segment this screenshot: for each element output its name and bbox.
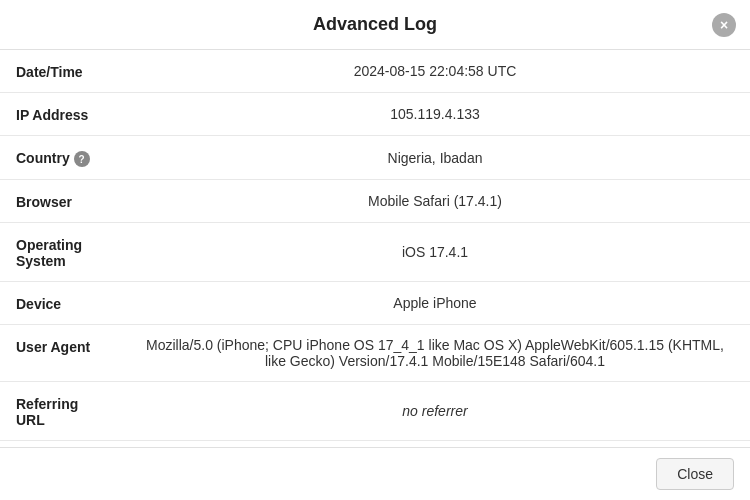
table-row: User AgentMozilla/5.0 (iPhone; CPU iPhon… xyxy=(0,325,750,382)
row-label: Device xyxy=(0,282,120,325)
row-label: Referring URL xyxy=(0,382,120,441)
row-label: User Agent xyxy=(0,325,120,382)
dialog-title: Advanced Log xyxy=(313,14,437,35)
row-label: Country? xyxy=(0,136,120,180)
row-value: Mozilla/5.0 (iPhone; CPU iPhone OS 17_4_… xyxy=(120,325,750,382)
close-x-button[interactable]: × xyxy=(712,13,736,37)
row-value: Mobile Safari (17.4.1) xyxy=(120,180,750,223)
row-label: Operating System xyxy=(0,223,120,282)
row-value: no referrer xyxy=(120,382,750,441)
row-label: Date/Time xyxy=(0,50,120,93)
table-row: Date/Time2024-08-15 22:04:58 UTC xyxy=(0,50,750,93)
table-row: Country?Nigeria, Ibadan xyxy=(0,136,750,180)
table-row: Referring URLno referrer xyxy=(0,382,750,441)
dialog-body: Date/Time2024-08-15 22:04:58 UTCIP Addre… xyxy=(0,50,750,447)
table-row: IP Address105.119.4.133 xyxy=(0,93,750,136)
row-label: IP Address xyxy=(0,93,120,136)
row-value: 105.119.4.133 xyxy=(120,93,750,136)
advanced-log-dialog: Advanced Log × Date/Time2024-08-15 22:04… xyxy=(0,0,750,500)
dialog-footer: Close xyxy=(0,447,750,500)
row-value: 2024-08-15 22:04:58 UTC xyxy=(120,50,750,93)
log-table: Date/Time2024-08-15 22:04:58 UTCIP Addre… xyxy=(0,50,750,447)
row-value: Apple iPhone xyxy=(120,282,750,325)
row-value: Nigeria, Ibadan xyxy=(120,136,750,180)
row-value: iOS 17.4.1 xyxy=(120,223,750,282)
table-row: DeviceApple iPhone xyxy=(0,282,750,325)
dialog-header: Advanced Log × xyxy=(0,0,750,50)
table-row: BrowserMobile Safari (17.4.1) xyxy=(0,180,750,223)
row-label: Browser xyxy=(0,180,120,223)
close-footer-button[interactable]: Close xyxy=(656,458,734,490)
table-row: Operating SystemiOS 17.4.1 xyxy=(0,223,750,282)
help-icon[interactable]: ? xyxy=(74,151,90,167)
